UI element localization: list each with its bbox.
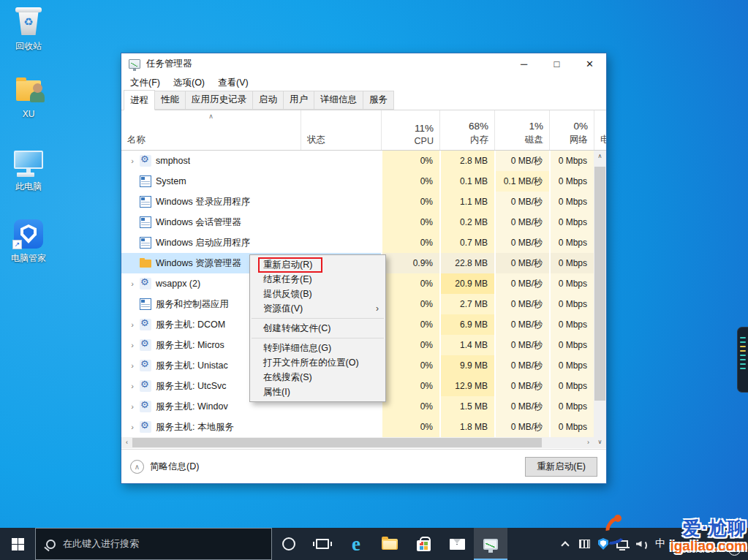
minimize-button[interactable]: ─ (507, 53, 540, 74)
mail-button[interactable] (440, 528, 474, 560)
tab-应用历史记录[interactable]: 应用历史记录 (185, 91, 253, 110)
touch-keyboard-button[interactable] (575, 540, 594, 548)
cortana-button[interactable] (272, 528, 306, 560)
taskbar-search-box[interactable]: 在此键入进行搜索 (35, 528, 272, 560)
gear-icon (140, 360, 151, 371)
expand-chevron-icon[interactable]: › (127, 382, 137, 390)
taskbar-clock[interactable]: 2020/9/16 (670, 534, 722, 554)
menu-item-F[interactable]: 文件(F) (124, 75, 167, 91)
process-cpu-cell: 0% (381, 273, 439, 294)
expand-chevron-icon[interactable]: › (127, 320, 137, 329)
scroll-down-icon[interactable]: ∨ (594, 436, 606, 448)
desktop-icon-pc-manager[interactable]: 电脑管家 (3, 218, 54, 265)
gear-icon (140, 380, 151, 392)
start-button[interactable] (0, 528, 35, 560)
notification-badge[interactable]: 1 (728, 543, 741, 556)
expand-chevron-icon[interactable]: › (127, 423, 137, 431)
taskbar: 在此键入进行搜索 e 中 2020/9/16 1 (0, 528, 748, 560)
context-menu: 重新启动(R)结束任务(E)提供反馈(B)资源值(V)›创建转储文件(C)转到详… (249, 254, 386, 402)
context-menu-item-O[interactable]: 打开文件所在的位置(O) (250, 355, 385, 370)
expand-chevron-icon[interactable]: › (127, 156, 137, 165)
table-row[interactable]: Windows 登录应用程序0%1.1 MB0 MB/秒0 Mbps (121, 192, 594, 212)
tab-启动[interactable]: 启动 (252, 91, 284, 110)
show-hidden-icons-button[interactable] (556, 540, 575, 548)
scroll-up-icon[interactable]: ∧ (594, 151, 606, 162)
date-text: 2020/9/16 (677, 545, 714, 554)
process-net-cell: 0 Mbps (549, 335, 594, 355)
store-button[interactable] (407, 528, 440, 560)
menu-item-V[interactable]: 查看(V) (211, 75, 255, 91)
tab-用户[interactable]: 用户 (283, 91, 314, 110)
column-header-network[interactable]: 0% 网络 (549, 110, 594, 150)
maximize-button[interactable]: □ (540, 53, 573, 74)
tab-性能[interactable]: 性能 (154, 91, 186, 110)
column-header-name[interactable]: ∧ 名称 (121, 110, 301, 150)
process-cpu-cell: 0% (381, 212, 439, 232)
tab-详细信息[interactable]: 详细信息 (314, 91, 363, 110)
edge-button[interactable]: e (339, 528, 373, 560)
process-net-cell: 0 Mbps (549, 171, 594, 192)
gear-icon (140, 421, 151, 433)
vertical-scrollbar[interactable]: ∧ ∨ (594, 151, 606, 448)
file-explorer-icon (382, 539, 398, 550)
column-header-cpu[interactable]: 11% CPU (381, 110, 439, 150)
table-row[interactable]: System0%0.1 MB0.1 MB/秒0 Mbps (121, 171, 594, 192)
horizontal-scroll-thumb[interactable] (132, 438, 542, 447)
scroll-right-icon[interactable]: › (583, 437, 594, 448)
folder-icon (140, 257, 151, 269)
context-menu-item-C[interactable]: 创建转储文件(C) (250, 321, 385, 336)
expand-chevron-icon[interactable]: › (127, 279, 137, 288)
column-header-power-partial[interactable]: 电 (594, 110, 606, 150)
task-manager-taskbar-button[interactable] (474, 528, 507, 560)
app-icon (140, 298, 151, 310)
tab-进程[interactable]: 进程 (124, 90, 155, 110)
vertical-scroll-thumb[interactable] (594, 167, 605, 401)
context-menu-item-B[interactable]: 提供反馈(B) (250, 287, 385, 301)
desktop-icon-user-folder[interactable]: XU (3, 75, 54, 119)
pc-manager-tray-button[interactable] (594, 538, 613, 550)
restart-button[interactable]: 重新启动(E) (525, 457, 597, 477)
menu-label: 打开文件所在的位置(O) (263, 357, 359, 368)
context-menu-item-I[interactable]: 属性(I) (250, 385, 385, 399)
file-explorer-button[interactable] (373, 528, 407, 560)
column-header-status[interactable]: 状态 (301, 110, 381, 150)
table-row[interactable]: Windows 启动应用程序0%0.7 MB0 MB/秒0 Mbps (121, 232, 594, 253)
close-button[interactable]: ✕ (573, 53, 606, 74)
fewer-details-toggle[interactable]: 简略信息(D) (150, 461, 199, 473)
gear-icon (140, 278, 151, 290)
context-menu-item-V[interactable]: 资源值(V)› (250, 301, 385, 316)
expand-chevron-icon[interactable]: › (127, 402, 137, 411)
scroll-left-icon[interactable]: ‹ (121, 437, 132, 448)
process-net-cell: 0 Mbps (549, 314, 594, 335)
expand-chevron-icon[interactable]: › (127, 341, 137, 349)
process-name: 服务主机: Micros (156, 339, 224, 352)
app-icon (140, 196, 151, 208)
horizontal-scrollbar[interactable]: ‹ › (121, 437, 594, 448)
menu-item-O[interactable]: 选项(O) (167, 75, 211, 91)
context-menu-item-G[interactable]: 转到详细信息(G) (250, 341, 385, 355)
column-header-memory[interactable]: 68% 内存 (439, 110, 494, 150)
desktop-icon-this-pc[interactable]: 此电脑 (3, 146, 54, 193)
tab-服务[interactable]: 服务 (363, 91, 394, 110)
table-row[interactable]: ›smphost0%2.8 MB0 MB/秒0 Mbps (121, 151, 594, 171)
desktop-icon-recycle-bin[interactable]: 回收站 (3, 6, 54, 53)
docked-sidebar-widget[interactable] (737, 327, 748, 393)
collapse-details-icon[interactable]: ∧ (130, 460, 144, 474)
network-tray-button[interactable] (613, 540, 632, 548)
expand-chevron-icon[interactable]: › (127, 361, 137, 370)
system-tray: 中 2020/9/16 1 (556, 528, 748, 560)
column-header-disk[interactable]: 1% 磁盘 (494, 110, 549, 150)
task-view-button[interactable] (306, 528, 339, 560)
context-menu-item-R[interactable]: 重新启动(R) (250, 257, 385, 272)
chevron-up-icon (561, 541, 569, 549)
context-menu-item-E[interactable]: 结束任务(E) (250, 272, 385, 287)
process-disk-cell: 0 MB/秒 (494, 314, 549, 335)
table-row[interactable]: Windows 会话管理器0%0.2 MB0 MB/秒0 Mbps (121, 212, 594, 232)
ime-indicator[interactable]: 中 (651, 537, 670, 550)
process-net-cell: 0 Mbps (549, 273, 594, 294)
table-row[interactable]: ›服务主机: 本地服务0%1.8 MB0 MB/秒0 Mbps (121, 417, 594, 437)
process-disk-cell: 0 MB/秒 (494, 355, 549, 376)
volume-tray-button[interactable] (632, 539, 651, 549)
process-name: 服务主机: 本地服务 (156, 421, 234, 434)
context-menu-item-S[interactable]: 在线搜索(S) (250, 370, 385, 385)
